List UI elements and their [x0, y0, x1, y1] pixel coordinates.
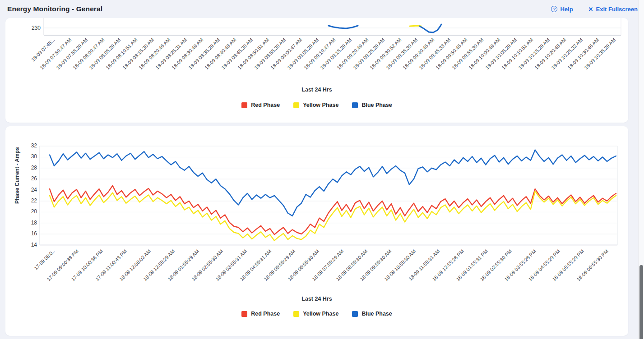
x-axis-title: Last 24 Hrs	[5, 296, 628, 302]
legend-item-red-phase[interactable]: Red Phase	[241, 311, 280, 317]
legend-label: Blue Phase	[361, 102, 392, 108]
y-tick-label: 24	[17, 187, 37, 193]
exit-fullscreen-label: Exit Fullscreen	[596, 6, 638, 13]
legend-swatch	[293, 102, 299, 108]
y-tick-label: 30	[17, 153, 37, 160]
exit-fullscreen-button[interactable]: ✕ Exit Fullscreen	[588, 6, 638, 13]
legend-label: Blue Phase	[361, 311, 392, 317]
close-icon: ✕	[588, 6, 593, 13]
legend-label: Yellow Phase	[303, 102, 338, 108]
chart-legend: Red PhaseYellow PhaseBlue Phase	[5, 102, 628, 108]
y-tick-label: 16	[17, 230, 37, 237]
legend-item-red-phase[interactable]: Red Phase	[241, 102, 280, 108]
y-tick-label: 14	[17, 242, 37, 248]
header-actions: ? Help ✕ Exit Fullscreen	[551, 6, 638, 13]
help-label: Help	[560, 6, 573, 13]
top-line-chart: 230 Last 24 Hrs Red PhaseYellow PhaseBlu…	[5, 18, 628, 123]
chart-legend: Red PhaseYellow PhaseBlue Phase	[5, 311, 628, 317]
help-icon: ?	[551, 6, 557, 12]
legend-swatch	[293, 311, 299, 317]
help-button[interactable]: ? Help	[551, 6, 573, 13]
x-axis-title: Last 24 Hrs	[5, 87, 628, 93]
legend-item-yellow-phase[interactable]: Yellow Phase	[293, 311, 338, 317]
scrollbar-thumb[interactable]	[639, 265, 643, 339]
y-tick-label: 26	[17, 175, 37, 182]
top-chart-card: 230 Last 24 Hrs Red PhaseYellow PhaseBlu…	[5, 18, 628, 123]
legend-label: Red Phase	[251, 311, 280, 317]
y-tick-label: 32	[17, 142, 37, 149]
page-title: Energy Monitoring - General	[7, 5, 102, 13]
y-tick-label: 18	[17, 220, 37, 226]
y-tick-label: 20	[17, 208, 37, 215]
legend-swatch	[352, 102, 358, 108]
legend-label: Red Phase	[251, 102, 280, 108]
y-tick-label: 230	[22, 25, 41, 31]
legend-item-blue-phase[interactable]: Blue Phase	[352, 311, 392, 317]
legend-label: Yellow Phase	[303, 311, 338, 317]
phase-current-chart-card: Phase Current - Amps Last 24 Hrs Red Pha…	[5, 126, 628, 336]
phase-current-line-chart: Phase Current - Amps Last 24 Hrs Red Pha…	[5, 126, 628, 336]
legend-item-yellow-phase[interactable]: Yellow Phase	[293, 102, 338, 108]
page-header: Energy Monitoring - General ? Help ✕ Exi…	[0, 0, 638, 18]
legend-swatch	[352, 311, 358, 317]
y-tick-label: 22	[17, 197, 37, 204]
legend-swatch	[241, 102, 247, 108]
legend-swatch	[241, 311, 247, 317]
legend-item-blue-phase[interactable]: Blue Phase	[352, 102, 392, 108]
page-scrollbar[interactable]	[638, 0, 644, 339]
energy-monitoring-page: Energy Monitoring - General ? Help ✕ Exi…	[0, 0, 644, 339]
y-tick-label: 28	[17, 165, 37, 171]
